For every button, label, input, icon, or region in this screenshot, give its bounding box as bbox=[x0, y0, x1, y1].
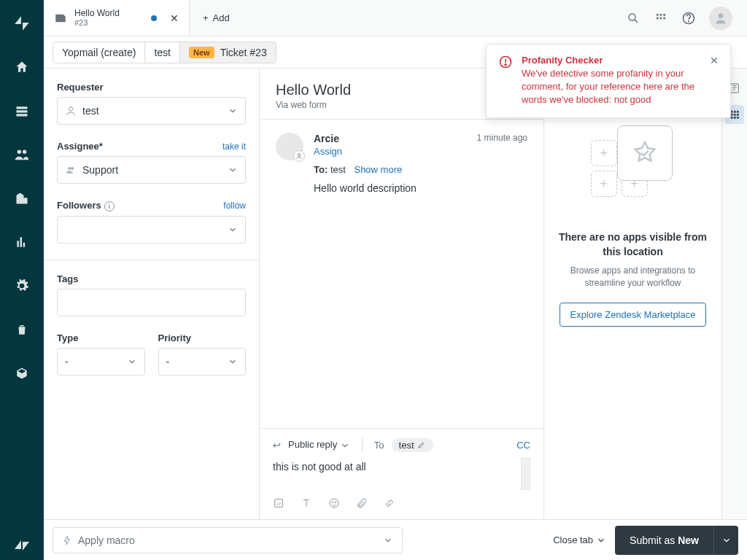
submit-button[interactable]: Submit as New bbox=[615, 526, 713, 555]
svg-point-17 bbox=[332, 502, 333, 502]
breadcrumb-org[interactable]: Yopmail (create) bbox=[53, 42, 145, 63]
recipient-pill[interactable]: test bbox=[392, 438, 433, 452]
type-label: Type bbox=[57, 332, 78, 343]
tags-label: Tags bbox=[57, 273, 78, 284]
reply-toolbar bbox=[273, 497, 530, 512]
svg-rect-6 bbox=[663, 17, 665, 19]
followers-select[interactable] bbox=[57, 216, 246, 244]
apply-macro-select[interactable]: Apply macro bbox=[53, 527, 403, 553]
explore-marketplace-button[interactable]: Explore Zendesk Marketplace bbox=[560, 303, 707, 327]
assign-link[interactable]: Assign bbox=[314, 146, 527, 157]
lightning-icon bbox=[62, 535, 72, 545]
tabs-bar: Hello World #23 ✕ + Add bbox=[44, 0, 747, 36]
type-select[interactable]: - bbox=[57, 348, 145, 376]
help-icon[interactable] bbox=[681, 11, 696, 26]
tab-title: Hello World bbox=[74, 9, 120, 18]
assignee-label: Assignee* bbox=[57, 141, 103, 152]
reply-textarea[interactable] bbox=[273, 452, 518, 493]
search-icon[interactable] bbox=[626, 11, 640, 26]
user-icon bbox=[65, 105, 77, 117]
svg-rect-24 bbox=[734, 114, 736, 116]
ticket-properties-panel: Requester test Assignee* take it Support bbox=[44, 69, 260, 519]
add-tab-button[interactable]: + Add bbox=[190, 0, 243, 36]
apps-panel: + + + There are no apps visible from thi… bbox=[544, 69, 721, 519]
content-area: Requester test Assignee* take it Support bbox=[44, 69, 747, 519]
close-tab-link[interactable]: Close tab bbox=[553, 534, 606, 545]
svg-point-30 bbox=[505, 64, 506, 66]
profanity-notification: Profanity Checker We've detective some p… bbox=[486, 44, 731, 118]
settings-icon[interactable] bbox=[0, 271, 44, 300]
svg-point-0 bbox=[629, 14, 635, 20]
submit-group: Submit as New bbox=[615, 526, 738, 555]
svg-rect-27 bbox=[734, 117, 736, 119]
trash-icon[interactable] bbox=[0, 315, 44, 344]
svg-rect-15 bbox=[275, 499, 283, 508]
star-icon bbox=[630, 139, 659, 168]
compose-icon[interactable] bbox=[273, 497, 285, 512]
priority-label: Priority bbox=[158, 332, 192, 343]
svg-point-9 bbox=[719, 13, 724, 18]
chevron-down-icon bbox=[228, 225, 238, 235]
svg-point-18 bbox=[335, 502, 336, 502]
link-icon[interactable] bbox=[384, 497, 395, 512]
message: Arcie 1 minute ago Assign To: test Show … bbox=[276, 133, 527, 194]
svg-rect-26 bbox=[731, 117, 733, 119]
attachment-icon[interactable] bbox=[356, 497, 368, 512]
show-more-link[interactable]: Show more bbox=[354, 164, 402, 175]
svg-point-10 bbox=[69, 107, 72, 111]
home-icon[interactable] bbox=[0, 52, 44, 82]
assignee-value: Support bbox=[82, 164, 118, 176]
ticket-title: Hello World bbox=[276, 82, 351, 98]
follow-link[interactable]: follow bbox=[223, 201, 246, 211]
zendesk-icon[interactable] bbox=[0, 531, 44, 560]
views-icon[interactable] bbox=[0, 96, 44, 125]
submit-dropdown-button[interactable] bbox=[713, 526, 738, 555]
priority-select[interactable]: - bbox=[158, 348, 247, 376]
reports-icon[interactable] bbox=[0, 228, 44, 257]
agent-badge-icon bbox=[293, 150, 305, 162]
assignee-select[interactable]: Support bbox=[57, 156, 246, 184]
reply-to-label: To bbox=[374, 440, 384, 451]
svg-rect-22 bbox=[737, 111, 739, 113]
alert-icon bbox=[498, 55, 513, 69]
notification-close-icon[interactable]: ✕ bbox=[710, 55, 719, 107]
svg-rect-1 bbox=[657, 14, 659, 16]
group-icon bbox=[65, 164, 77, 176]
close-tab-icon[interactable]: ✕ bbox=[170, 12, 179, 24]
package-icon[interactable] bbox=[0, 359, 44, 388]
requester-select[interactable]: test bbox=[57, 97, 246, 125]
chevron-down-icon bbox=[127, 357, 137, 367]
customers-icon[interactable] bbox=[0, 140, 44, 169]
reply-mode[interactable]: Public reply bbox=[288, 439, 350, 451]
logo-icon[interactable] bbox=[0, 9, 44, 38]
svg-rect-28 bbox=[737, 117, 739, 119]
svg-rect-4 bbox=[657, 17, 659, 19]
tags-input[interactable] bbox=[57, 289, 246, 316]
scrollbar[interactable] bbox=[521, 458, 530, 490]
ticket-via: Via web form bbox=[276, 100, 351, 110]
type-value: - bbox=[65, 356, 69, 368]
take-it-link[interactable]: take it bbox=[222, 141, 246, 152]
notification-title: Profanity Checker bbox=[522, 55, 701, 66]
breadcrumb-ticket[interactable]: New Ticket #23 bbox=[179, 42, 276, 63]
ticket-tab[interactable]: Hello World #23 ✕ bbox=[44, 0, 190, 36]
apps-grid-icon[interactable] bbox=[654, 11, 668, 26]
chevron-down-icon bbox=[228, 165, 238, 175]
breadcrumb-user[interactable]: test bbox=[144, 42, 180, 63]
text-format-icon[interactable] bbox=[301, 497, 312, 512]
no-apps-desc: Browse apps and integrations to streamli… bbox=[554, 265, 711, 289]
svg-rect-25 bbox=[737, 114, 739, 116]
conversation-panel: Hello World Via web form bbox=[260, 69, 544, 519]
chevron-down-icon bbox=[721, 535, 732, 545]
unsaved-dot-icon bbox=[151, 15, 157, 21]
emoji-icon[interactable] bbox=[328, 497, 340, 512]
right-rail bbox=[721, 69, 747, 519]
message-to-label: To: bbox=[314, 164, 328, 175]
profile-avatar[interactable] bbox=[709, 7, 732, 30]
no-apps-title: There are no apps visible from this loca… bbox=[554, 230, 711, 259]
breadcrumb-ticket-label: Ticket #23 bbox=[220, 47, 267, 58]
org-icon[interactable] bbox=[0, 184, 44, 213]
footer-bar: Apply macro Close tab Submit as New bbox=[44, 519, 747, 560]
cc-link[interactable]: CC bbox=[516, 440, 530, 451]
chevron-down-icon bbox=[340, 440, 350, 451]
